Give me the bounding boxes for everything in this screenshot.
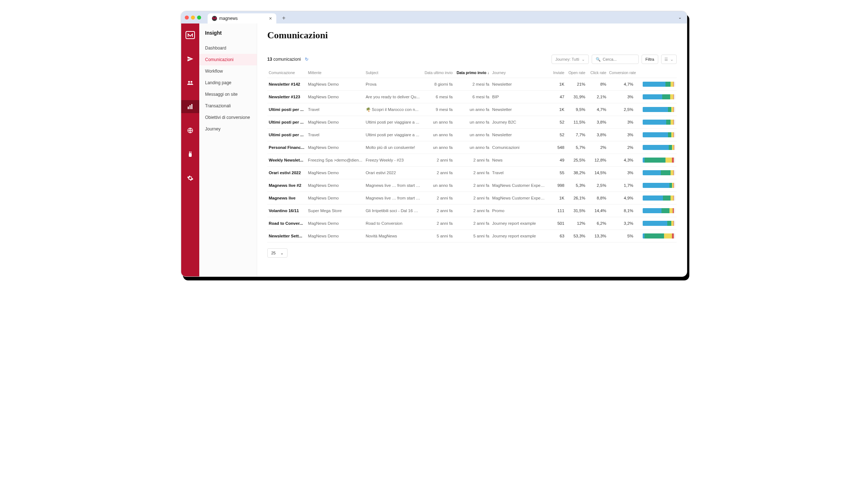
cell-first: 2 mesi fa (454, 78, 491, 91)
settings-icon[interactable] (181, 172, 199, 185)
filter-button[interactable]: Filtra (642, 55, 658, 64)
refresh-icon[interactable]: ↻ (305, 57, 309, 62)
cell-sent: 52 (548, 129, 566, 141)
cell-subject: Are you ready to deliver Qu... (364, 91, 422, 103)
main-content: Comunicazioni 13 comunicazioni ↻ Journey… (257, 23, 687, 276)
table-row[interactable]: Newsletter #123MagNews Demo Are you read… (267, 91, 677, 103)
contacts-icon[interactable] (181, 76, 199, 89)
svg-rect-7 (189, 151, 190, 153)
cell-journey: Newsletter (491, 103, 548, 116)
table-row[interactable]: Orari estivi 2022MagNews Demo Orari esti… (267, 167, 677, 179)
journey-filter-dropdown[interactable]: Journey: Tutti ⌄ (552, 55, 589, 64)
maximize-window-button[interactable] (197, 16, 201, 20)
table-row[interactable]: Personal Financ...MagNews Demo Molto più… (267, 141, 677, 154)
cell-sender: MagNews Demo (307, 230, 364, 242)
tab-title: magnews (219, 16, 238, 21)
cell-click: 2,1% (587, 91, 608, 103)
col-data-primo[interactable]: Data primo invio ↓ (454, 68, 491, 78)
cell-last: 6 mesi fa (422, 91, 454, 103)
rate-bar (643, 233, 675, 239)
close-tab-icon[interactable]: × (269, 16, 272, 21)
table-row[interactable]: Ultimi posti per ...Travel 🌴 Scopri il M… (267, 103, 677, 116)
table-row[interactable]: Ultimi posti per ...MagNews Demo Ultimi … (267, 116, 677, 129)
sidebar-item-messaggi[interactable]: Messaggi on site (199, 89, 257, 100)
cell-sent: 998 (548, 179, 566, 192)
sidebar-item-workflow[interactable]: Workflow (199, 65, 257, 77)
svg-point-1 (191, 81, 192, 83)
cell-subject: Molto più di un consluente! (364, 141, 422, 154)
cell-click: 14,5% (587, 167, 608, 179)
table-row[interactable]: Magnews liveMagNews Demo Magnews live … … (267, 192, 677, 205)
table-row[interactable]: Magnews live #2MagNews Demo Magnews live… (267, 179, 677, 192)
cell-bar (635, 141, 677, 154)
cell-sent: 52 (548, 116, 566, 129)
col-data-ultimo[interactable]: Data ultimo invio (422, 68, 454, 78)
insight-icon[interactable] (181, 100, 199, 113)
col-open-rate[interactable]: Open rate (566, 68, 587, 78)
minimize-window-button[interactable] (191, 16, 195, 20)
cell-bar (635, 129, 677, 141)
cell-subject: Orari estivi 2022 (364, 167, 422, 179)
cell-bar (635, 192, 677, 205)
col-mittente[interactable]: Mittente (307, 68, 364, 78)
cell-bar (635, 167, 677, 179)
cell-click: 3,8% (587, 129, 608, 141)
cell-last: 2 anni fa (422, 205, 454, 217)
globe-icon[interactable] (181, 124, 199, 137)
cell-sent: 47 (548, 91, 566, 103)
table-row[interactable]: Road to Conver...MagNews Demo Road to Co… (267, 217, 677, 230)
col-journey[interactable]: Journey (491, 68, 548, 78)
window-controls (185, 16, 201, 20)
col-subject[interactable]: Subject (364, 68, 422, 78)
sidebar-item-transazionali[interactable]: Transazionali (199, 100, 257, 112)
cell-bar (635, 91, 677, 103)
app-window: magnews × + ⌄ (181, 11, 687, 277)
cell-journey: Comunicazioni (491, 141, 548, 154)
browser-tab[interactable]: magnews × (208, 13, 276, 23)
col-comunicazione[interactable]: Comunicazione (267, 68, 307, 78)
search-input[interactable] (603, 57, 635, 61)
new-tab-button[interactable]: + (282, 15, 285, 21)
close-window-button[interactable] (185, 16, 189, 20)
cell-conv: 4,9% (608, 192, 635, 205)
cell-bar (635, 230, 677, 242)
col-conversion[interactable]: Conversion rate (608, 68, 635, 78)
sidebar-item-dashboard[interactable]: Dashboard (199, 42, 257, 54)
col-click-rate[interactable]: Click rate (587, 68, 608, 78)
sidebar-item-journey[interactable]: Journey (199, 123, 257, 135)
table-row[interactable]: Newsletter #142MagNews Demo Prova8 giorn… (267, 78, 677, 91)
logo-icon[interactable] (181, 29, 199, 42)
cell-sender: MagNews Demo (307, 91, 364, 103)
table-row[interactable]: Volantino 16/11Super Mega Store Gli Irri… (267, 205, 677, 217)
browser-menu-icon[interactable]: ⌄ (678, 15, 682, 20)
cell-journey: Travel (491, 167, 548, 179)
cell-click: 6,2% (587, 217, 608, 230)
table-row[interactable]: Newsletter Sett...MagNews Demo Novità Ma… (267, 230, 677, 242)
sidebar-item-obiettivi[interactable]: Obiettivi di conversione (199, 112, 257, 123)
sidebar: Insight Dashboard Comunicazioni Workflow… (199, 23, 257, 276)
sidebar-item-landing-page[interactable]: Landing page (199, 77, 257, 89)
cell-first: 2 anni fa (454, 179, 491, 192)
cell-open: 7,7% (566, 129, 587, 141)
svg-rect-6 (189, 153, 192, 157)
sidebar-item-comunicazioni[interactable]: Comunicazioni (199, 54, 257, 65)
toolbar: 13 comunicazioni ↻ Journey: Tutti ⌄ 🔍 Fi… (267, 55, 677, 64)
cell-sender: MagNews Demo (307, 192, 364, 205)
rate-bar (643, 120, 675, 125)
rate-bar (643, 195, 675, 201)
page-size-dropdown[interactable]: 25 ⌄ (267, 248, 288, 258)
col-inviate[interactable]: Inviate (548, 68, 566, 78)
cell-subject: Prova (364, 78, 422, 91)
pager: 25 ⌄ (267, 248, 677, 258)
search-input-wrapper[interactable]: 🔍 (592, 55, 639, 64)
cell-first: un anno fa (454, 141, 491, 154)
cell-last: un anno fa (422, 141, 454, 154)
send-icon[interactable] (181, 52, 199, 65)
table-row[interactable]: Ultimi posti per ...Travel Ultimi posti … (267, 129, 677, 141)
view-toggle[interactable]: ☰ ⌄ (661, 55, 677, 64)
plugin-icon[interactable] (181, 148, 199, 161)
cell-click: 14,4% (587, 205, 608, 217)
table-row[interactable]: Weekly Newslet...Freezing Spa >demo@dien… (267, 154, 677, 167)
cell-first: un anno fa (454, 116, 491, 129)
table-header-row: Comunicazione Mittente Subject Data ulti… (267, 68, 677, 78)
